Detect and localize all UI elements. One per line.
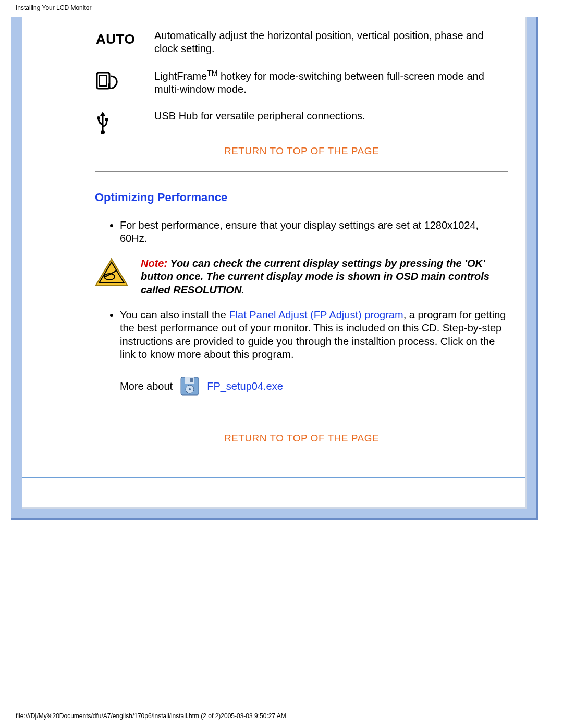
section-heading-optimizing: Optimizing Performance (95, 191, 508, 204)
more-about-label: More about (120, 380, 173, 392)
svg-rect-6 (105, 118, 108, 121)
more-about-row: More about FP_setup04.exe (120, 376, 508, 396)
outer-frame: AUTO Automatically adjust the horizontal… (11, 17, 538, 520)
icon-description-table: AUTO Automatically adjust the horizontal… (95, 28, 508, 136)
note-text: Note: You can check the current display … (141, 257, 508, 297)
svg-point-4 (101, 130, 105, 134)
bullet-list-2: You can also install the Flat Panel Adju… (95, 309, 508, 362)
svg-rect-1 (100, 76, 107, 86)
auto-description: Automatically adjust the horizontal posi… (154, 29, 507, 68)
svg-marker-3 (100, 112, 105, 116)
fp-setup-file-link[interactable]: FP_setup04.exe (207, 380, 283, 392)
svg-point-14 (189, 388, 191, 390)
lightframe-description: LightFrameTM hotkey for mode-switching b… (154, 69, 507, 108)
note-row: Note: You can check the current display … (95, 257, 508, 297)
bullet-item-resolution: For best performance, ensure that your d… (120, 219, 508, 245)
usb-description: USB Hub for versatile peripheral connect… (154, 109, 507, 135)
document-page: AUTO Automatically adjust the horizontal… (22, 17, 527, 509)
svg-rect-11 (185, 377, 194, 384)
lightframe-icon (96, 71, 153, 92)
fp-adjust-link[interactable]: Flat Panel Adjust (FP Adjust) program (229, 309, 403, 320)
return-to-top-link-2[interactable]: RETURN TO TOP OF THE PAGE (95, 433, 508, 444)
note-label: Note: (141, 257, 167, 269)
usb-icon (96, 112, 153, 134)
bottom-divider (22, 477, 525, 478)
svg-point-5 (97, 116, 100, 119)
floppy-disk-icon (180, 376, 200, 396)
footer-file-path: file:///D|/My%20Documents/dfu/A7/english… (16, 712, 286, 720)
return-to-top-link[interactable]: RETURN TO TOP OF THE PAGE (95, 145, 508, 157)
page-header-title: Installing Your LCD Monitor (0, 0, 563, 11)
svg-rect-12 (190, 378, 193, 382)
auto-icon: AUTO (96, 31, 135, 47)
warning-icon (95, 257, 128, 289)
section-divider (95, 171, 508, 172)
bullet-list: For best performance, ensure that your d… (95, 219, 508, 245)
bullet-item-fpadjust: You can also install the Flat Panel Adju… (120, 309, 508, 362)
